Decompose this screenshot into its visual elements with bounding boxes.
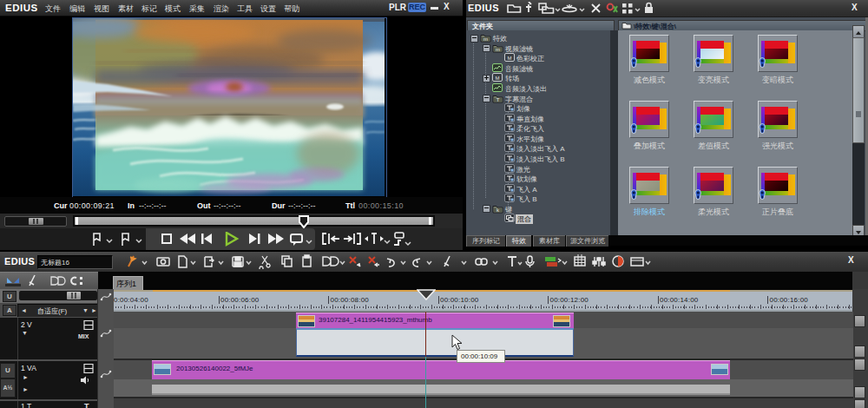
- svg-text:m: m: [483, 36, 488, 42]
- svg-text:M: M: [508, 56, 512, 61]
- svg-text:T: T: [496, 97, 500, 102]
- svg-text:m: m: [496, 47, 500, 52]
- svg-text:M: M: [496, 76, 500, 81]
